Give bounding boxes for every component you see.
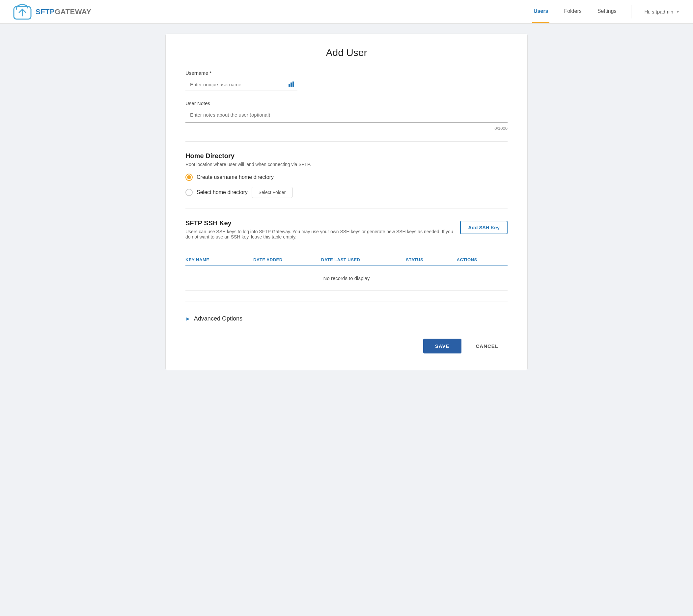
username-input[interactable]	[185, 78, 297, 91]
user-notes-section: User Notes 0/1000	[185, 100, 508, 131]
radio-create-home[interactable]	[185, 174, 193, 181]
col-key-name: KEY NAME	[185, 257, 253, 262]
svg-rect-4	[293, 81, 294, 87]
radio-option-2[interactable]: Select home directory Select Folder	[185, 187, 508, 198]
bar-chart-icon	[288, 81, 294, 88]
col-status: STATUS	[406, 257, 456, 262]
radio-select-home[interactable]	[185, 189, 193, 196]
home-directory-options: Create username home directory Select ho…	[185, 174, 508, 198]
char-count: 0/1000	[185, 126, 508, 131]
nav-folders[interactable]: Folders	[562, 0, 583, 23]
svg-rect-2	[289, 84, 290, 87]
username-input-wrapper	[185, 78, 297, 91]
ssh-key-section: SFTP SSH Key Users can use SSH keys to l…	[185, 219, 508, 291]
advanced-options-label: Advanced Options	[194, 315, 242, 322]
divider-3	[185, 301, 508, 301]
nav-settings[interactable]: Settings	[596, 0, 618, 23]
user-notes-wrapper: 0/1000	[185, 109, 508, 131]
main-card: Add User Username * User Notes 0/10	[165, 34, 528, 370]
ssh-header-left: SFTP SSH Key Users can use SSH keys to l…	[185, 219, 454, 246]
navbar-nav: Users Folders Settings Hi, sftpadmin ▼	[532, 0, 680, 23]
form-footer: SAVE CANCEL	[185, 339, 508, 354]
col-actions: ACTIONS	[457, 257, 508, 262]
logo-sftp: SFTP	[36, 7, 55, 16]
svg-rect-3	[291, 82, 292, 87]
ssh-key-desc: Users can use SSH keys to log into SFTP …	[185, 229, 454, 239]
logo-gateway: GATEWAY	[55, 7, 91, 16]
home-directory-title: Home Directory	[185, 152, 508, 160]
username-label: Username *	[185, 70, 508, 76]
logo-icon	[13, 3, 32, 20]
divider-1	[185, 141, 508, 142]
nav-users[interactable]: Users	[532, 0, 549, 23]
username-section: Username *	[185, 70, 508, 91]
save-button[interactable]: SAVE	[423, 339, 461, 354]
col-date-added: DATE ADDED	[253, 257, 321, 262]
logo-area: SFTPGATEWAY	[13, 3, 91, 20]
navbar: SFTPGATEWAY Users Folders Settings Hi, s…	[0, 0, 693, 24]
radio-select-home-label: Select home directory	[197, 190, 248, 195]
table-header: KEY NAME DATE ADDED DATE LAST USED STATU…	[185, 254, 508, 266]
home-directory-section: Home Directory Root location where user …	[185, 152, 508, 198]
user-notes-label: User Notes	[185, 100, 508, 106]
radio-create-home-label: Create username home directory	[197, 174, 274, 180]
navbar-user[interactable]: Hi, sftpadmin ▼	[645, 9, 680, 15]
logo-text: SFTPGATEWAY	[36, 7, 91, 16]
select-folder-button[interactable]: Select Folder	[252, 187, 293, 198]
navbar-divider	[631, 5, 631, 18]
advanced-options-toggle[interactable]: ► Advanced Options	[185, 312, 508, 325]
divider-2	[185, 208, 508, 209]
cancel-button[interactable]: CANCEL	[467, 339, 508, 354]
user-notes-input[interactable]	[185, 109, 508, 123]
chevron-down-icon: ▼	[676, 9, 680, 14]
ssh-header: SFTP SSH Key Users can use SSH keys to l…	[185, 219, 508, 246]
page-body: Add User Username * User Notes 0/10	[0, 24, 693, 380]
ssh-key-title: SFTP SSH Key	[185, 219, 454, 227]
ssh-key-table: KEY NAME DATE ADDED DATE LAST USED STATU…	[185, 254, 508, 291]
col-date-last-used: DATE LAST USED	[321, 257, 406, 262]
page-title: Add User	[185, 47, 508, 58]
radio-option-1[interactable]: Create username home directory	[185, 174, 508, 181]
home-directory-desc: Root location where user will land when …	[185, 162, 508, 167]
table-empty-message: No records to display	[185, 266, 508, 291]
chevron-right-icon: ►	[185, 316, 191, 322]
user-greeting: Hi, sftpadmin	[645, 9, 674, 15]
add-ssh-key-button[interactable]: Add SSH Key	[460, 221, 508, 234]
